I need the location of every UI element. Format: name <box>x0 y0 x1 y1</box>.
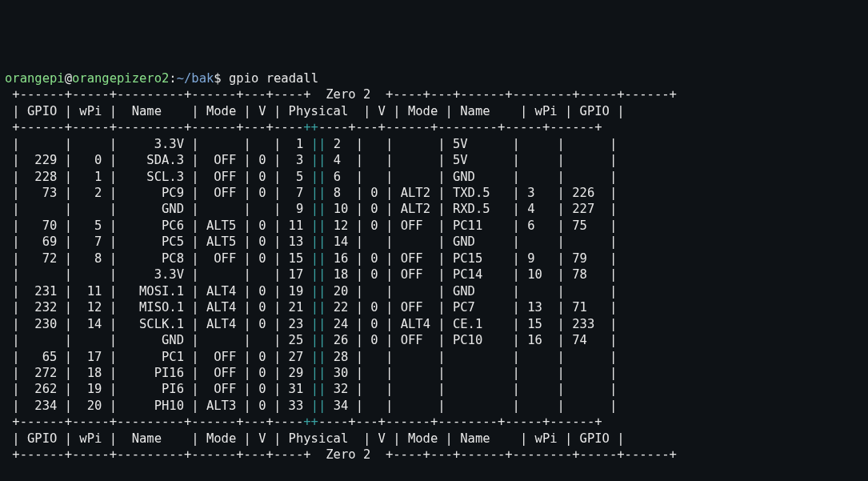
table-row-r: | 0 | ALT2 | RXD.5 | 4 | 227 | <box>348 202 617 216</box>
border-foot-r: ----+---+------+--------+-----+------+ <box>318 415 602 429</box>
prompt-dollar: $ <box>214 71 229 86</box>
board-name-bottom: Zero 2 <box>311 447 386 462</box>
table-row-r: | 0 | ALT4 | CE.1 | 15 | 233 | <box>348 317 617 331</box>
table-row-r: | 0 | OFF | PC15 | 9 | 79 | <box>348 251 617 266</box>
table-row: | | | GND | | | <box>5 202 289 216</box>
phys-right: 24 <box>334 317 349 331</box>
prompt-colon: : <box>169 71 176 86</box>
phys-divider-icon: || <box>311 202 326 216</box>
phys-divider-icon: || <box>311 366 326 380</box>
table-row-r: | | | | | | <box>348 399 617 413</box>
table-row: | 262 | 19 | PI6 | OFF | 0 | <box>5 382 289 396</box>
phys-divider-icon: || <box>311 284 326 299</box>
phys-divider-icon: || <box>311 317 326 331</box>
phys-right: 10 <box>334 202 349 216</box>
phys-right: 30 <box>334 366 349 380</box>
table-row: | 229 | 0 | SDA.3 | OFF | 0 | <box>5 153 289 167</box>
phys-right: 4 <box>334 153 349 167</box>
table-row-r: | | | 5V | | | <box>348 137 617 151</box>
table-row-r: | 0 | OFF | PC10 | 16 | 74 | <box>348 333 617 347</box>
table-row-r: | | | GND | | | <box>348 284 617 299</box>
phys-divider-icon: || <box>311 350 326 364</box>
phys-right: 14 <box>334 234 349 249</box>
phys-left: 29 <box>289 366 304 380</box>
table-row-r: | | | | | | <box>348 382 617 396</box>
table-row-r: | 0 | OFF | PC7 | 13 | 71 | <box>348 300 617 315</box>
phys-left: 27 <box>289 350 304 364</box>
phys-left: 13 <box>289 234 304 249</box>
border-hdr: +------+-----+---------+------+---+---- <box>5 120 303 134</box>
phys-divider-icon: || <box>311 234 326 249</box>
table-row: | 73 | 2 | PC9 | OFF | 0 | <box>5 186 289 200</box>
border-bottom-r: +----+---+------+--------+-----+------+ <box>386 447 677 462</box>
table-row: | 231 | 11 | MOSI.1 | ALT4 | 0 | <box>5 284 289 299</box>
table-row: | 69 | 7 | PC5 | ALT5 | 0 | <box>5 234 289 249</box>
phys-left: 1 <box>289 137 304 151</box>
phys-right: 22 <box>334 300 349 315</box>
border-bottom: +------+-----+---------+------+---+----+ <box>5 447 311 462</box>
phys-left: 9 <box>289 202 304 216</box>
phys-divider-icon: || <box>311 251 326 266</box>
prompt-at: @ <box>65 71 72 86</box>
table-row-r: | 0 | OFF | PC14 | 10 | 78 | <box>348 267 617 282</box>
table-row-r: | | | | | | <box>348 350 617 364</box>
phys-divider-icon: || <box>311 153 326 167</box>
table-row-r: | | | | | | <box>348 366 617 380</box>
table-row-r: | | | GND | | | <box>348 170 617 184</box>
border-hdr-r: ----+---+------+--------+-----+------+ <box>318 120 602 134</box>
prompt-path: ~/bak <box>177 71 214 86</box>
table-row-r: | | | 5V | | | <box>348 153 617 167</box>
border-foot: +------+-----+---------+------+---+---- <box>5 415 303 429</box>
header-row: | GPIO | wPi | Name | Mode | V | Physica… <box>5 104 625 118</box>
border-top-r: +----+---+------+--------+-----+------+ <box>386 87 677 102</box>
phys-left: 3 <box>289 153 304 167</box>
phys-divider-icon: || <box>311 218 326 233</box>
phys-right: 16 <box>334 251 349 266</box>
phys-right: 26 <box>334 333 349 347</box>
command: gpio readall <box>229 71 318 86</box>
table-row: | 230 | 14 | SCLK.1 | ALT4 | 0 | <box>5 317 289 331</box>
footer-header-row: | GPIO | wPi | Name | Mode | V | Physica… <box>5 431 625 446</box>
table-row-r: | 0 | OFF | PC11 | 6 | 75 | <box>348 218 617 233</box>
border-mid: ++ <box>303 415 318 429</box>
border-top: +------+-----+---------+------+---+----+ <box>5 87 311 102</box>
phys-divider-icon: || <box>311 170 326 184</box>
prompt-host: orangepizero2 <box>72 71 169 86</box>
table-row: | | | 3.3V | | | <box>5 137 289 151</box>
phys-left: 21 <box>289 300 304 315</box>
phys-right: 12 <box>334 218 349 233</box>
phys-right: 20 <box>334 284 349 299</box>
table-row-r: | | | GND | | | <box>348 234 617 249</box>
phys-divider-icon: || <box>311 399 326 413</box>
phys-left: 23 <box>289 317 304 331</box>
phys-right: 6 <box>334 170 349 184</box>
phys-right: 28 <box>334 350 349 364</box>
phys-right: 2 <box>334 137 349 151</box>
phys-left: 17 <box>289 267 304 282</box>
phys-left: 31 <box>289 382 304 396</box>
phys-right: 8 <box>334 186 349 200</box>
phys-divider-icon: || <box>311 333 326 347</box>
border-mid: ++ <box>303 120 318 134</box>
table-row: | 72 | 8 | PC8 | OFF | 0 | <box>5 251 289 266</box>
table-row: | 70 | 5 | PC6 | ALT5 | 0 | <box>5 218 289 233</box>
table-row: | 232 | 12 | MISO.1 | ALT4 | 0 | <box>5 300 289 315</box>
table-row: | 228 | 1 | SCL.3 | OFF | 0 | <box>5 170 289 184</box>
phys-divider-icon: || <box>311 382 326 396</box>
phys-left: 5 <box>289 170 304 184</box>
prompt-user: orangepi <box>5 71 65 86</box>
phys-divider-icon: || <box>311 300 326 315</box>
phys-left: 7 <box>289 186 304 200</box>
table-row: | 234 | 20 | PH10 | ALT3 | 0 | <box>5 399 289 413</box>
phys-left: 33 <box>289 399 304 413</box>
phys-divider-icon: || <box>311 267 326 282</box>
table-row: | 272 | 18 | PI16 | OFF | 0 | <box>5 366 289 380</box>
table-row: | | | 3.3V | | | <box>5 267 289 282</box>
terminal-output: orangepi@orangepizero2:~/bak$ gpio reada… <box>5 70 863 463</box>
phys-right: 18 <box>334 267 349 282</box>
board-name-top: Zero 2 <box>311 87 386 102</box>
phys-divider-icon: || <box>311 137 326 151</box>
phys-divider-icon: || <box>311 186 326 200</box>
table-row: | 65 | 17 | PC1 | OFF | 0 | <box>5 350 289 364</box>
phys-left: 15 <box>289 251 304 266</box>
